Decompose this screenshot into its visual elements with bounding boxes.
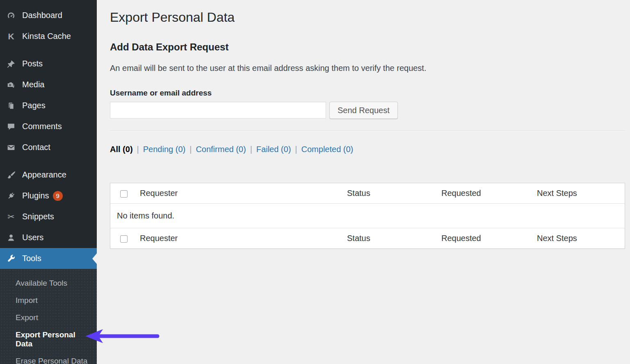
paintbrush-icon [6, 171, 16, 180]
scissors-icon: ✂ [6, 212, 16, 222]
kinsta-icon: K [6, 32, 16, 41]
menu-separator [0, 158, 97, 164]
sidebar-item-posts[interactable]: Posts [0, 53, 97, 74]
sidebar-item-plugins[interactable]: Plugins 9 [0, 185, 97, 206]
sidebar-item-pages[interactable]: Pages [0, 95, 97, 116]
sidebar-item-appearance[interactable]: Appearance [0, 164, 97, 185]
plug-icon [6, 191, 16, 200]
sidebar-item-label: Pages [22, 101, 46, 110]
comments-icon [6, 122, 16, 131]
request-form-row: Send Request [110, 102, 625, 119]
sidebar-item-label: Tools [22, 254, 41, 263]
table-footer-row: Requester Status Requested Next Steps [110, 228, 625, 249]
filter-pending[interactable]: Pending (0) [143, 145, 185, 154]
column-header-requester: Requester [133, 183, 340, 204]
main-content: Export Personal Data Add Data Export Req… [97, 0, 630, 364]
wrench-icon [6, 254, 16, 263]
column-header-requester: Requester [133, 228, 340, 249]
sidebar-item-media[interactable]: Media [0, 74, 97, 95]
sidebar-item-label: Kinsta Cache [22, 32, 71, 41]
table-row: No items found. [110, 204, 625, 228]
send-request-button[interactable]: Send Request [329, 102, 398, 119]
envelope-icon [6, 143, 16, 152]
column-header-requested: Requested [435, 183, 530, 204]
media-icon [6, 80, 16, 89]
request-description: An email will be sent to the user at thi… [110, 64, 625, 73]
column-header-next-steps: Next Steps [530, 228, 625, 249]
column-header-status: Status [340, 228, 435, 249]
submenu-item-available-tools[interactable]: Available Tools [0, 275, 97, 292]
filter-separator: | [189, 145, 192, 154]
requests-table: Requester Status Requested Next Steps No… [110, 183, 625, 249]
sidebar-item-label: Snippets [22, 212, 54, 221]
submenu-item-export[interactable]: Export [0, 309, 97, 326]
sidebar-item-users[interactable]: Users [0, 227, 97, 248]
sidebar-item-label: Dashboard [22, 11, 62, 20]
sidebar-item-label: Users [22, 233, 43, 242]
select-all-checkbox[interactable] [120, 190, 128, 198]
sidebar-item-label: Posts [22, 59, 43, 68]
sidebar-item-snippets[interactable]: ✂ Snippets [0, 206, 97, 227]
submenu-item-export-personal-data[interactable]: Export Personal Data [0, 326, 97, 353]
sidebar-item-comments[interactable]: Comments [0, 116, 97, 137]
select-all-checkbox[interactable] [120, 235, 128, 243]
filter-separator: | [295, 145, 297, 154]
filter-completed[interactable]: Completed (0) [301, 145, 354, 154]
section-divider [110, 130, 625, 131]
sidebar-item-label: Media [22, 80, 44, 89]
sidebar-item-kinsta-cache[interactable]: K Kinsta Cache [0, 26, 97, 47]
sidebar-item-tools[interactable]: Tools [0, 248, 97, 269]
column-header-next-steps: Next Steps [530, 183, 625, 204]
status-filter-list: All (0) | Pending (0) | Confirmed (0) | … [110, 145, 625, 154]
menu-separator [0, 47, 97, 53]
sidebar-item-dashboard[interactable]: Dashboard [0, 5, 97, 26]
sidebar-item-contact[interactable]: Contact [0, 137, 97, 158]
column-header-requested: Requested [435, 228, 530, 249]
table-header-row: Requester Status Requested Next Steps [110, 183, 625, 204]
username-email-label: Username or email address [110, 89, 625, 98]
users-icon [6, 233, 16, 242]
sidebar-item-label: Contact [22, 143, 50, 152]
column-header-status: Status [340, 183, 435, 204]
page-title: Export Personal Data [110, 10, 625, 25]
dashboard-icon [6, 11, 16, 20]
add-request-heading: Add Data Export Request [110, 41, 625, 53]
empty-message: No items found. [110, 204, 625, 228]
submenu-item-erase-personal-data[interactable]: Erase Personal Data [0, 353, 97, 364]
pushpin-icon [6, 59, 16, 68]
filter-failed[interactable]: Failed (0) [256, 145, 291, 154]
filter-confirmed[interactable]: Confirmed (0) [196, 145, 246, 154]
filter-separator: | [250, 145, 252, 154]
tools-submenu: Available Tools Import Export Export Per… [0, 269, 97, 364]
filter-separator: | [137, 145, 139, 154]
submenu-item-import[interactable]: Import [0, 292, 97, 309]
username-email-input[interactable] [110, 102, 326, 118]
sidebar-item-label: Plugins [22, 191, 49, 200]
plugins-update-count-badge: 9 [53, 191, 63, 201]
sidebar-item-label: Appearance [22, 170, 66, 180]
sidebar-item-label: Comments [22, 122, 62, 131]
admin-menu: Dashboard K Kinsta Cache Posts Media Pag… [0, 0, 97, 269]
admin-sidebar: Dashboard K Kinsta Cache Posts Media Pag… [0, 0, 97, 364]
filter-all[interactable]: All (0) [110, 145, 133, 154]
pages-icon [6, 101, 16, 110]
